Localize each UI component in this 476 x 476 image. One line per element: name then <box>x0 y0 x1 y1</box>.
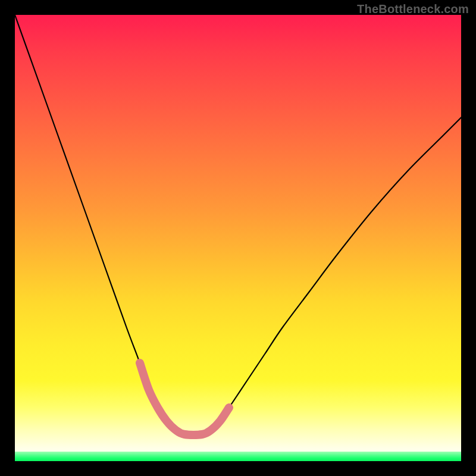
bottleneck-curve-path <box>15 15 461 435</box>
bottleneck-chart <box>15 15 461 461</box>
chart-stage: TheBottleneck.com <box>0 0 476 476</box>
highlight-valley-path <box>140 363 229 435</box>
plot-area <box>15 15 461 461</box>
watermark-text: TheBottleneck.com <box>357 2 469 16</box>
